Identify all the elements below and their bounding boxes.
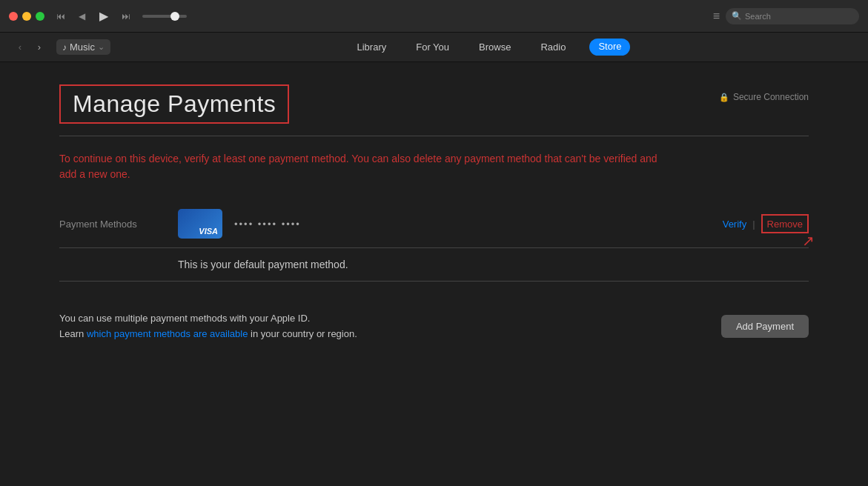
lock-icon: 🔒 — [719, 93, 729, 102]
navbar: ‹ › ♪ Music ⌄ Library For You Browse Rad… — [0, 33, 868, 62]
search-bar[interactable]: 🔍 Search — [726, 8, 859, 24]
page-title-box: Manage Payments — [59, 84, 289, 124]
verify-button[interactable]: Verify — [723, 219, 747, 230]
remove-box: Remove ↗ — [761, 214, 809, 233]
rewind-button[interactable]: ⏮ — [53, 9, 68, 24]
main-content: Manage Payments 🔒 Secure Connection To c… — [0, 62, 868, 486]
back-button[interactable]: ◀ — [74, 9, 89, 24]
breadcrumb[interactable]: ♪ Music ⌄ — [56, 39, 110, 55]
nav-library[interactable]: Library — [351, 39, 392, 56]
nav-for-you[interactable]: For You — [410, 39, 455, 56]
visa-card: VISA — [178, 209, 222, 239]
page-header: Manage Payments 🔒 Secure Connection — [59, 84, 809, 136]
page-title: Manage Payments — [73, 90, 276, 118]
forward-button[interactable]: ⏭ — [119, 9, 133, 24]
arrow-icon: ↗ — [802, 232, 815, 250]
nav-store[interactable]: Store — [589, 39, 630, 56]
info-text-learn: Learn — [59, 328, 84, 339]
forward-nav-button[interactable]: › — [31, 39, 47, 56]
nav-radio[interactable]: Radio — [534, 39, 572, 56]
card-number-masked: •••• •••• •••• — [234, 219, 301, 230]
music-note-icon: ♪ — [62, 42, 67, 53]
play-button[interactable]: ▶ — [95, 7, 113, 25]
traffic-lights — [9, 12, 44, 21]
info-text-line1: You can use multiple payment methods wit… — [59, 313, 310, 324]
back-nav-button[interactable]: ‹ — [12, 39, 28, 56]
nav-arrows: ‹ › — [12, 39, 47, 56]
secure-connection-label: Secure Connection — [733, 92, 809, 102]
media-controls: ⏮ ◀ ▶ ⏭ — [53, 7, 187, 25]
warning-text: To continue on this device, verify at le… — [59, 151, 667, 182]
maximize-button[interactable] — [36, 12, 44, 21]
search-icon: 🔍 — [732, 11, 742, 21]
card-container: VISA •••• •••• •••• — [178, 209, 723, 239]
minimize-button[interactable] — [22, 12, 31, 21]
nav-links: Library For You Browse Radio Store — [125, 39, 856, 56]
info-text: You can use multiple payment methods wit… — [59, 311, 357, 342]
default-payment-text: This is your default payment method. — [59, 248, 809, 282]
bottom-section: You can use multiple payment methods wit… — [59, 299, 809, 342]
close-button[interactable] — [9, 12, 18, 21]
volume-slider[interactable] — [142, 15, 187, 18]
secure-connection: 🔒 Secure Connection — [719, 92, 809, 102]
nav-browse[interactable]: Browse — [473, 39, 517, 56]
visa-logo: VISA — [199, 227, 218, 236]
remove-button[interactable]: Remove — [767, 219, 803, 230]
payment-methods-label: Payment Methods — [59, 219, 178, 230]
info-text-3: in your country or region. — [251, 328, 357, 339]
volume-knob — [170, 12, 179, 21]
titlebar: ⏮ ◀ ▶ ⏭ ≡ 🔍 Search — [0, 0, 868, 33]
chevron-down-icon: ⌄ — [98, 42, 105, 52]
search-placeholder: Search — [745, 12, 771, 21]
payment-actions: Verify | Remove ↗ — [723, 214, 809, 233]
payment-section: Payment Methods VISA •••• •••• •••• Veri… — [59, 200, 809, 248]
add-payment-button[interactable]: Add Payment — [721, 315, 809, 338]
titlebar-right: ≡ 🔍 Search — [713, 8, 859, 24]
breadcrumb-label: Music — [70, 41, 95, 53]
separator: | — [752, 219, 755, 230]
list-view-icon[interactable]: ≡ — [713, 10, 720, 23]
payment-methods-link[interactable]: which payment methods are available — [87, 328, 248, 339]
